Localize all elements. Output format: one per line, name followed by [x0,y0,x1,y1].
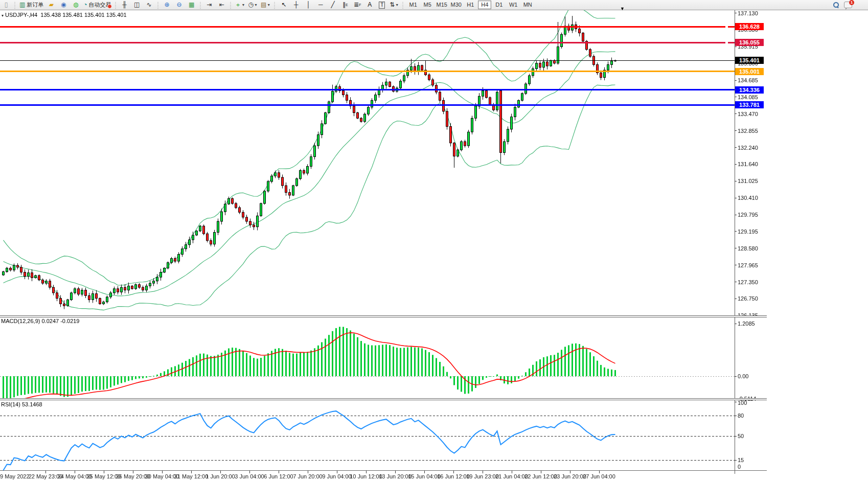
price-label-133.781: 133.781 [735,101,764,108]
macd-label: MACD(12,26,9) 0.0247 -0.0219 [1,318,79,324]
panel-separator-macd[interactable] [0,315,767,317]
time-axis-label: 23 Jun 20:00 [554,473,586,479]
time-axis-tick [541,471,541,473]
rsi-label: RSI(14) 53.1468 [1,401,42,407]
macd-tick [735,376,737,377]
time-axis-label: 16 Jun 12:00 [437,473,470,479]
current-price-line [0,60,735,61]
price-tick [735,13,737,13]
time-axis-tick [512,471,512,473]
time-axis-label: 19 May 2022 [0,473,30,479]
macd-tick [735,324,737,324]
symbol-period-label: USDJPY-,H4 [5,12,37,18]
time-axis-tick [191,471,192,473]
time-axis-label: 3 Jun 04:00 [235,473,264,479]
price-tick-label: 132.855 [738,128,758,134]
price-label-135.001: 135.001 [735,68,764,75]
price-tick [735,299,737,299]
price-tick-label: 126.750 [738,295,758,302]
time-axis-tick [45,471,46,473]
price-tick-label: 127.350 [738,279,758,285]
rsi-tick [735,402,737,402]
price-tick-label: 133.470 [738,111,758,117]
rsi-tick-label: 80 [738,413,744,419]
panel-separator-rsi[interactable] [0,398,767,400]
price-tick-label: 131.640 [738,161,758,167]
time-axis-tick [395,471,396,473]
time-axis-label: 15 Jun 04:00 [408,473,441,479]
time-axis-tick [308,471,308,473]
price-tick-label: 134.685 [738,77,758,83]
price-tick [735,215,737,215]
price-tick [735,282,737,282]
time-axis-tick [279,471,279,473]
time-axis-label: 13 Jun 20:00 [379,473,412,479]
price-tick [735,265,737,265]
price-label-136.628: 136.628 [735,23,764,30]
price-tick [735,113,737,114]
rsi-tick [735,416,737,416]
price-label-136.055: 136.055 [735,39,764,46]
time-axis-tick [133,471,133,473]
price-tick [735,47,737,47]
macd-tick-label: 0.00 [738,373,748,379]
time-axis-tick [337,471,337,473]
support-line-1[interactable] [0,89,735,90]
time-axis-tick [483,471,483,473]
time-axis-label: 27 Jun 04:00 [583,473,615,479]
search-icon[interactable] [830,0,841,10]
time-axis-label: 1 Jun 20:00 [205,473,235,479]
rsi-tick-label: 100 [738,400,747,406]
time-axis-tick [599,471,600,473]
price-tick-label: 128.580 [738,245,758,251]
resistance-line-1-handle[interactable] [725,25,728,28]
price-tick-label: 127.965 [738,262,758,268]
time-axis-label: 22 Jun 12:00 [524,473,557,479]
time-axis-label: 7 Jun 20:00 [293,473,323,479]
resistance-line-2-handle[interactable] [725,41,728,43]
price-tick [735,198,737,198]
resistance-line-1[interactable] [0,26,735,28]
price-tick [735,181,737,181]
notification-badge: 1 [849,0,854,5]
resistance-line-2[interactable] [0,42,735,43]
price-tick-label: 132.240 [738,145,758,151]
rsi-tick-label: 50 [738,433,744,439]
macd-tick-label: 1.2085 [738,320,755,327]
chart-title-marker: ▾ [2,13,4,18]
time-axis-label: 6 Jun 12:00 [264,473,293,479]
time-axis-tick [424,471,425,473]
time-axis-label: 10 Jun 12:00 [350,473,382,479]
price-tick-label: 129.795 [738,212,758,218]
support-line-2[interactable] [0,104,735,106]
rsi-tick-label: 0 [738,464,741,470]
price-tick [735,164,737,165]
time-axis-tick [75,471,75,473]
time-axis-tick [104,471,104,473]
pivot-line[interactable] [0,71,735,72]
bottom-border [0,470,767,471]
price-tick [735,147,737,148]
price-tick-label: 130.410 [738,195,758,201]
price-tick [735,97,737,97]
rsi-tick-label: 15 [738,457,744,463]
time-axis-tick [162,471,163,473]
ohlc-readout: 135.438 135.481 135.401 135.401 [40,12,126,18]
time-axis-label: 19 Jun 23:00 [466,473,499,479]
time-axis-tick [453,471,454,473]
time-axis-tick [220,471,221,473]
price-tick-label: 129.195 [738,228,758,235]
chart-shift-marker: ▼ [620,6,625,11]
price-tick [735,80,737,81]
price-tick-label: 131.025 [738,178,758,184]
price-tick-label: 137.130 [738,10,758,16]
time-axis-label: 21 Jun 04:00 [495,473,528,479]
rsi-tick [735,436,737,437]
time-axis-tick [570,471,570,473]
current-price-label: 135.401 [735,57,764,64]
chat-notification-icon[interactable]: 1 [842,0,854,10]
chart-title: ▾USDJPY-,H4 135.438 135.481 135.401 135.… [2,12,127,18]
price-label-134.336: 134.336 [735,86,764,94]
time-axis-tick [249,471,250,473]
price-tick [735,231,737,232]
